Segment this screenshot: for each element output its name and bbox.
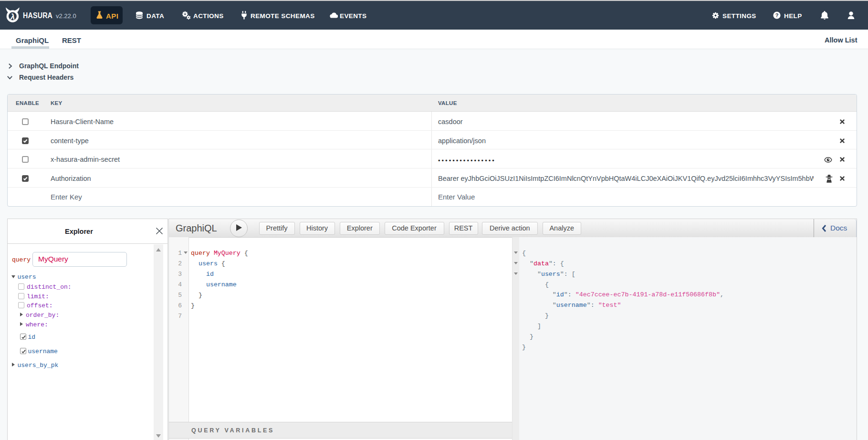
svg-text:λ: λ [10, 12, 15, 21]
svg-text:?: ? [775, 12, 779, 18]
